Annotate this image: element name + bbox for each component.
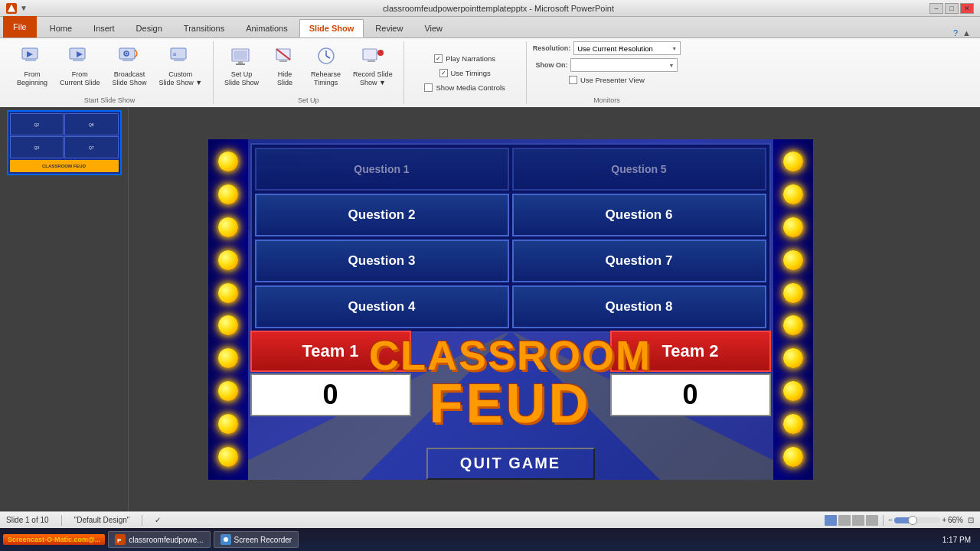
from-beginning-button[interactable]: FromBeginning (12, 41, 52, 90)
rehearse-timings-button[interactable]: RehearseTimings (306, 41, 345, 90)
light-bulb (218, 348, 238, 368)
light-bulb (218, 217, 238, 237)
play-narrations-checkbox[interactable] (434, 54, 443, 63)
taskbar-right: 1:17 PM (942, 536, 977, 544)
show-media-checkbox[interactable] (424, 83, 433, 92)
monitors-group-label: Monitors (593, 95, 620, 104)
question-5-btn[interactable]: Question 5 (512, 148, 766, 191)
svg-rect-5 (73, 59, 83, 61)
right-light-border (773, 139, 813, 480)
normal-view-btn[interactable] (825, 515, 837, 526)
question-1-btn[interactable]: Question 1 (255, 148, 509, 191)
question-6-btn[interactable]: Question 6 (512, 194, 766, 236)
light-bulb (783, 414, 803, 434)
light-bulb (218, 315, 238, 335)
tab-home[interactable]: Home (40, 19, 82, 37)
show-media-controls-option[interactable]: Show Media Controls (424, 83, 505, 93)
theme-info: "Default Design" (74, 516, 130, 524)
tab-review[interactable]: Review (365, 19, 413, 37)
tab-transitions[interactable]: Transitions (174, 19, 234, 37)
svg-rect-15 (238, 61, 243, 64)
use-timings-option[interactable]: Use Timings (439, 68, 491, 78)
hide-slide-icon (273, 44, 297, 69)
minimize-btn[interactable]: – (929, 3, 943, 14)
zoom-out-btn[interactable]: − (888, 516, 893, 524)
team-1-score: 0 (250, 373, 411, 416)
ribbon-group-start-slideshow: FromBeginning FromCurrent Slide (6, 41, 214, 104)
ribbon-group-options: Play Narrations Use Timings Show Media C… (404, 41, 527, 104)
question-3-btn[interactable]: Question 3 (255, 240, 509, 282)
tab-design[interactable]: Design (126, 19, 172, 37)
bottom-section: Team 1 0 CLASSROOM FEUD QUIT GAME (250, 331, 771, 480)
svg-rect-9 (122, 59, 133, 61)
taskbar-ppt-label: classroomfeudpowe... (129, 536, 203, 544)
restore-btn[interactable]: □ (945, 3, 959, 14)
start-slideshow-buttons: FromBeginning FromCurrent Slide (12, 41, 207, 95)
question-7-btn[interactable]: Question 7 (512, 240, 766, 282)
setup-buttons: Set UpSlide Show HideSlide (220, 41, 397, 95)
svg-rect-16 (236, 64, 245, 65)
minimize-ribbon-icon[interactable]: ▲ (962, 28, 971, 37)
hide-slide-button[interactable]: HideSlide (266, 41, 303, 90)
show-on-select[interactable] (570, 58, 678, 72)
tab-slideshow[interactable]: Slide Show (299, 19, 364, 37)
taskbar-ppt[interactable]: P classroomfeudpowe... (108, 531, 210, 548)
start-slideshow-label: Start Slide Show (84, 95, 136, 104)
from-current-icon (67, 44, 92, 69)
zoom-control: − + 66% (888, 516, 963, 524)
svg-point-33 (224, 537, 228, 542)
light-bulb (218, 152, 238, 171)
question-4-btn[interactable]: Question 4 (255, 285, 509, 328)
zoom-level: 66% (948, 516, 963, 524)
record-slide-button[interactable]: Record SlideShow ▼ (348, 41, 397, 90)
svg-rect-19 (279, 60, 287, 62)
screencast-branding: Screencast-O-Matic.com@... (3, 534, 105, 545)
from-current-button[interactable]: FromCurrent Slide (55, 41, 105, 90)
tab-view[interactable]: View (414, 19, 452, 37)
tab-insert[interactable]: Insert (83, 19, 125, 37)
setup-slideshow-icon (230, 44, 254, 69)
window-controls: – □ ✕ (929, 3, 974, 14)
ribbon-group-monitors: Resolution: Use Current Resolution Show … (527, 41, 688, 104)
from-beginning-icon (20, 44, 44, 69)
svg-line-22 (326, 56, 330, 58)
light-bulb (218, 184, 238, 204)
zoom-in-btn[interactable]: + (942, 516, 946, 524)
question-grid: Question 1 Question 5 Question 2 Questio… (250, 143, 771, 333)
setup-slideshow-button[interactable]: Set UpSlide Show (220, 41, 263, 90)
resolution-select[interactable]: Use Current Resolution (573, 41, 681, 55)
slide-sorter-btn[interactable] (838, 515, 851, 526)
quit-game-button[interactable]: QUIT GAME (426, 448, 595, 480)
zoom-slider[interactable] (894, 517, 940, 523)
taskbar-time: 1:17 PM (942, 536, 971, 544)
view-icons (825, 515, 878, 526)
taskbar-recorder[interactable]: Screen Recorder (214, 531, 299, 548)
close-btn[interactable]: ✕ (960, 3, 974, 14)
custom-slideshow-button[interactable]: ≡ CustomSlide Show ▼ (155, 41, 207, 90)
right-panel (892, 107, 980, 511)
slide-thumbnail[interactable]: Q2 Q6 Q3 Q7 CLASSROOM FEUD (7, 110, 122, 175)
slideshow-view-btn[interactable] (866, 515, 878, 526)
question-8-btn[interactable]: Question 8 (512, 285, 766, 328)
taskbar: Screencast-O-Matic.com@... P classroomfe… (0, 528, 980, 551)
play-narrations-option[interactable]: Play Narrations (434, 54, 495, 64)
game-board: Question 1 Question 5 Question 2 Questio… (208, 139, 813, 480)
status-bar: Slide 1 of 10 "Default Design" ✓ − + 66%… (0, 511, 980, 528)
question-2-btn[interactable]: Question 2 (255, 194, 509, 236)
ppt-icon: P (115, 534, 126, 545)
light-bulb (218, 447, 238, 467)
help-icon[interactable]: ? (953, 28, 958, 37)
broadcast-button[interactable]: BroadcastSlide Show (108, 41, 152, 90)
presenter-view-option[interactable]: Use Presenter View (569, 75, 645, 85)
light-bulb (218, 283, 238, 303)
svg-point-8 (126, 53, 128, 55)
reading-view-btn[interactable] (852, 515, 864, 526)
recorder-icon (220, 534, 231, 545)
tab-animations[interactable]: Animations (236, 19, 297, 37)
use-timings-checkbox[interactable] (439, 69, 448, 77)
title-bar: ▼ classroomfeudpowerpointtemplatepptx - … (0, 0, 980, 17)
presenter-view-checkbox[interactable] (569, 76, 577, 84)
tab-file[interactable]: File (3, 16, 37, 37)
fit-slide-btn[interactable]: ⊡ (968, 516, 974, 524)
custom-slideshow-icon: ≡ (168, 44, 193, 69)
